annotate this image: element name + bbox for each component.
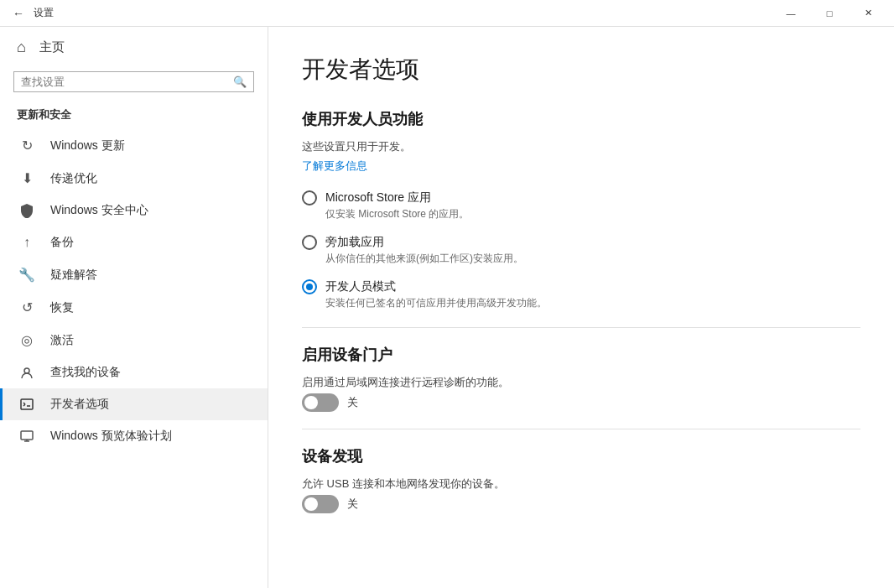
radio-option-sideload: 旁加载应用 从你信任的其他来源(例如工作区)安装应用。 [302, 235, 860, 266]
search-input[interactable] [21, 75, 230, 88]
content-area: 开发者选项 使用开发人员功能 这些设置只用于开发。 了解更多信息 Microso… [268, 27, 894, 588]
learn-more-link[interactable]: 了解更多信息 [302, 159, 367, 174]
radio-sublabel-sideload: 从你信任的其他来源(例如工作区)安装应用。 [325, 252, 860, 266]
developer-options-icon [17, 397, 37, 412]
svg-rect-1 [21, 399, 33, 409]
troubleshoot-icon: 🔧 [17, 267, 37, 283]
sidebar: ⌂ 主页 🔍 更新和安全 ↻ Windows 更新 ⬇ 传递优化 Windows… [0, 27, 268, 588]
sidebar-item-label: 疑难解答 [50, 268, 97, 283]
radio-circle-ms-store[interactable] [302, 190, 317, 206]
sidebar-item-delivery-optimization[interactable]: ⬇ 传递优化 [0, 162, 268, 195]
toggle2[interactable] [302, 495, 339, 513]
radio-label-developer-mode: 开发人员模式 [325, 279, 396, 294]
backup-icon: ↑ [17, 235, 37, 250]
toggle2-row: 关 [302, 495, 860, 513]
window-controls: — □ ✕ [772, 0, 887, 27]
sidebar-item-label: Windows 安全中心 [50, 203, 148, 218]
sidebar-item-label: 查找我的设备 [50, 365, 121, 380]
toggle1-label: 关 [347, 395, 358, 410]
section3-heading: 设备发现 [302, 446, 860, 466]
svg-rect-5 [21, 431, 33, 440]
radio-row-ms-store[interactable]: Microsoft Store 应用 [302, 190, 860, 206]
sidebar-item-insider-program[interactable]: Windows 预览体验计划 [0, 420, 268, 452]
toggle1[interactable] [302, 393, 339, 412]
sidebar-item-label: 开发者选项 [50, 397, 109, 412]
sidebar-item-label: 传递优化 [50, 171, 97, 186]
section1-heading: 使用开发人员功能 [302, 109, 860, 129]
radio-label-ms-store: Microsoft Store 应用 [325, 190, 431, 206]
page-title: 开发者选项 [302, 54, 860, 86]
sidebar-item-label: 恢复 [50, 300, 74, 315]
search-icon: 🔍 [233, 75, 247, 88]
section2-heading: 启用设备门户 [302, 345, 860, 365]
sidebar-item-activation[interactable]: ◎ 激活 [0, 324, 268, 356]
svg-point-0 [24, 368, 29, 373]
sidebar-item-windows-security[interactable]: Windows 安全中心 [0, 195, 268, 226]
divider-1 [302, 327, 860, 328]
section2-desc: 启用通过局域网连接进行远程诊断的功能。 [302, 375, 860, 390]
sidebar-section-title: 更新和安全 [0, 102, 268, 127]
sidebar-search-box[interactable]: 🔍 [13, 71, 254, 92]
minimize-icon: — [787, 8, 796, 18]
back-button[interactable]: ← [7, 2, 30, 25]
sidebar-item-label: Windows 更新 [50, 138, 125, 154]
sidebar-item-windows-update[interactable]: ↻ Windows 更新 [0, 129, 268, 162]
sidebar-item-backup[interactable]: ↑ 备份 [0, 226, 268, 258]
insider-program-icon [17, 429, 37, 444]
section3-desc: 允许 USB 连接和本地网络发现你的设备。 [302, 476, 860, 492]
sidebar-home-label: 主页 [39, 39, 65, 55]
sidebar-item-home[interactable]: ⌂ 主页 [0, 27, 268, 68]
sidebar-item-developer-options[interactable]: 开发者选项 [0, 388, 268, 420]
titlebar-title: 设置 [34, 6, 54, 20]
recovery-icon: ↺ [17, 299, 37, 315]
toggle1-row: 关 [302, 393, 860, 412]
titlebar: ← 设置 — □ ✕ [0, 0, 894, 27]
find-my-device-icon [17, 365, 37, 380]
svg-line-3 [23, 404, 25, 406]
divider-2 [302, 429, 860, 429]
radio-circle-developer-mode[interactable] [302, 279, 317, 294]
radio-row-developer-mode[interactable]: 开发人员模式 [302, 279, 860, 294]
radio-option-developer-mode: 开发人员模式 安装任何已签名的可信应用并使用高级开发功能。 [302, 279, 860, 310]
back-icon: ← [13, 7, 24, 20]
minimize-button[interactable]: — [772, 0, 810, 27]
delivery-optimization-icon: ⬇ [17, 170, 37, 186]
toggle2-label: 关 [347, 497, 358, 512]
sidebar-item-find-my-device[interactable]: 查找我的设备 [0, 356, 268, 388]
home-icon: ⌂ [17, 39, 26, 56]
radio-circle-sideload[interactable] [302, 235, 317, 250]
radio-label-sideload: 旁加载应用 [325, 235, 384, 250]
sidebar-item-label: 备份 [50, 235, 74, 250]
close-icon: ✕ [865, 8, 872, 18]
maximize-icon: □ [827, 8, 833, 18]
sidebar-item-label: Windows 预览体验计划 [50, 429, 172, 444]
section1-desc: 这些设置只用于开发。 [302, 139, 860, 154]
main-layout: ⌂ 主页 🔍 更新和安全 ↻ Windows 更新 ⬇ 传递优化 Windows… [0, 27, 894, 588]
radio-sublabel-ms-store: 仅安装 Microsoft Store 的应用。 [325, 207, 860, 221]
sidebar-item-recovery[interactable]: ↺ 恢复 [0, 291, 268, 324]
sidebar-item-label: 激活 [50, 333, 74, 348]
close-button[interactable]: ✕ [849, 0, 887, 27]
windows-security-icon [17, 203, 37, 218]
radio-sublabel-developer-mode: 安装任何已签名的可信应用并使用高级开发功能。 [325, 296, 860, 310]
activation-icon: ◎ [17, 332, 37, 348]
radio-row-sideload[interactable]: 旁加载应用 [302, 235, 860, 250]
maximize-button[interactable]: □ [810, 0, 849, 27]
sidebar-item-troubleshoot[interactable]: 🔧 疑难解答 [0, 258, 268, 291]
radio-option-ms-store: Microsoft Store 应用 仅安装 Microsoft Store 的… [302, 190, 860, 221]
windows-update-icon: ↻ [17, 138, 37, 154]
